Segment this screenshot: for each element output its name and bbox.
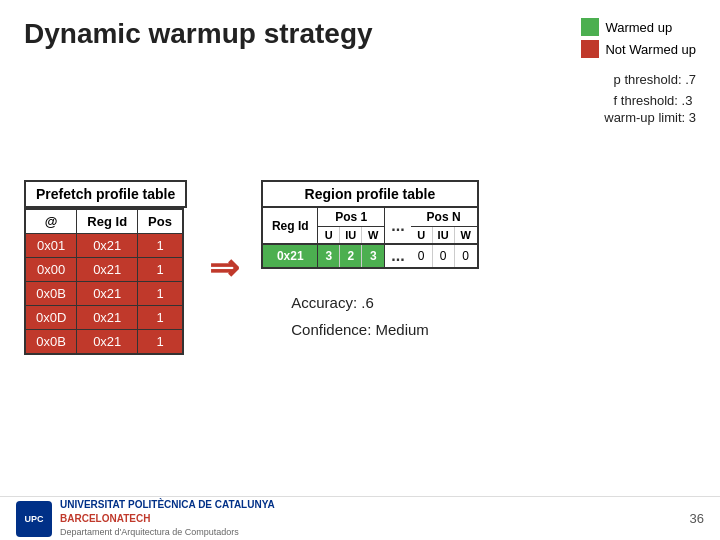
pos1-sub-headers: U IU W [318,227,384,243]
main-content: Prefetch profile table @ Reg Id Pos 0x01… [24,180,696,355]
table-row: 0x01 0x21 1 [25,234,183,258]
pos1-block: Pos 1 U IU W [318,208,385,243]
reg-id-cell: 0x21 [263,245,318,267]
region-data-row: 0x21 3 2 3 ... 0 0 0 [263,244,476,267]
cell-regid: 0x21 [77,258,138,282]
prefetch-table: @ Reg Id Pos 0x01 0x21 1 0x00 0x21 1 [24,208,184,355]
col-u-n: U [411,227,433,243]
table-row: 0x0B 0x21 1 [25,330,183,355]
col-iu-1: IU [340,227,362,243]
p-threshold: p threshold: .7 [614,70,696,91]
posn-iu-value: 0 [433,245,455,267]
warmed-up-label: Warmed up [605,20,672,35]
f-threshold: f threshold: .3 [614,91,696,112]
page: Dynamic warmup strategy Warmed up Not Wa… [0,0,720,540]
posn-block: Pos N U IU W [411,208,477,243]
legend-warmed-up: Warmed up [581,18,696,36]
ellipsis: ... [385,217,410,235]
cell-addr: 0x01 [25,234,77,258]
cell-addr: 0x0B [25,282,77,306]
cell-pos: 1 [138,306,183,330]
footer: UPC UNIVERSITAT POLITÈCNICA DE CATALUNYA… [0,496,720,540]
cell-regid: 0x21 [77,234,138,258]
posn-label: Pos N [411,208,477,227]
posn-data: 0 0 0 [411,245,477,267]
posn-u-value: 0 [411,245,433,267]
col-u-1: U [318,227,340,243]
pos1-label: Pos 1 [318,208,384,227]
cell-pos: 1 [138,234,183,258]
col-header-regid: Reg Id [77,209,138,234]
ellipsis-data: ... [385,247,410,265]
region-sub-header: Reg Id Pos 1 U IU W ... Pos N [263,208,476,244]
pos1-u-value: 3 [318,245,340,267]
cell-pos: 1 [138,258,183,282]
legend-not-warmed-up: Not Warmed up [581,40,696,58]
pos1-w-value: 3 [362,245,384,267]
col-w-1: W [362,227,384,243]
reg-id-header: Reg Id [263,208,318,243]
legend: Warmed up Not Warmed up [581,18,696,58]
col-w-n: W [455,227,477,243]
cell-addr: 0x00 [25,258,77,282]
upc-logo: UPC [16,501,52,537]
col-header-pos: Pos [138,209,183,234]
cell-addr: 0x0B [25,330,77,355]
university-name: UNIVERSITAT POLITÈCNICA DE CATALUNYA [60,498,275,512]
table-row: 0x0D 0x21 1 [25,306,183,330]
page-number: 36 [690,511,704,526]
confidence-label: Confidence: Medium [291,316,478,343]
thresholds: p threshold: .7 f threshold: .3 [614,70,696,112]
not-warmed-up-label: Not Warmed up [605,42,696,57]
warmed-up-icon [581,18,599,36]
prefetch-table-title: Prefetch profile table [24,180,187,208]
posn-sub-headers: U IU W [411,227,477,243]
posn-w-value: 0 [455,245,477,267]
table-row: 0x00 0x21 1 [25,258,183,282]
table-row: 0x0B 0x21 1 [25,282,183,306]
cell-regid: 0x21 [77,330,138,355]
pos1-iu-value: 2 [340,245,362,267]
footer-logo-area: UPC UNIVERSITAT POLITÈCNICA DE CATALUNYA… [16,498,275,539]
cell-addr: 0x0D [25,306,77,330]
accuracy-section: Accuracy: .6 Confidence: Medium [291,289,478,343]
col-iu-n: IU [433,227,455,243]
warmup-limit: warm-up limit: 3 [604,110,696,125]
cell-pos: 1 [138,282,183,306]
region-table: Reg Id Pos 1 U IU W ... Pos N [261,208,478,269]
arrow-icon: ⇒ [209,247,239,289]
page-title: Dynamic warmup strategy [24,18,373,50]
cell-regid: 0x21 [77,282,138,306]
prefetch-section: Prefetch profile table @ Reg Id Pos 0x01… [24,180,187,355]
region-table-title: Region profile table [261,180,478,208]
cell-regid: 0x21 [77,306,138,330]
brand-name: BARCELONATECH [60,512,275,526]
footer-text: UNIVERSITAT POLITÈCNICA DE CATALUNYA BAR… [60,498,275,539]
col-header-addr: @ [25,209,77,234]
pos1-data: 3 2 3 [318,245,385,267]
not-warmed-up-icon [581,40,599,58]
department-name: Departament d'Arquitectura de Computador… [60,526,275,539]
accuracy-label: Accuracy: .6 [291,289,478,316]
cell-pos: 1 [138,330,183,355]
region-section: Region profile table Reg Id Pos 1 U IU W [261,180,478,343]
